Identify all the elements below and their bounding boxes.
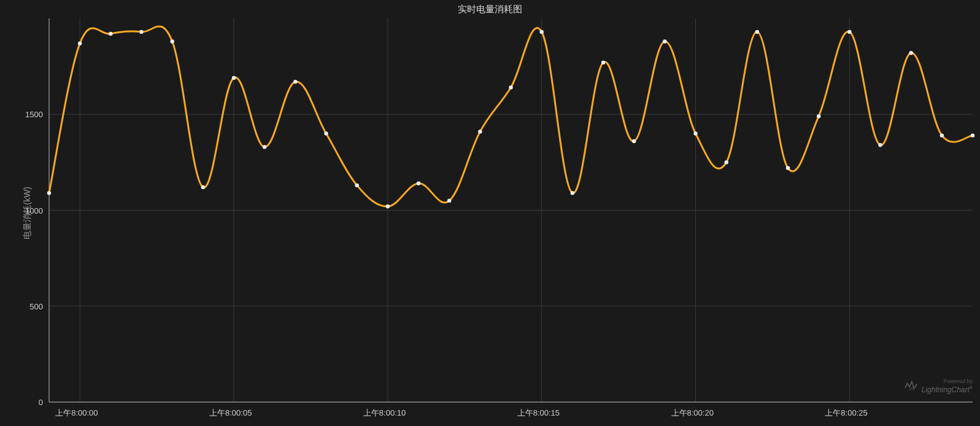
svg-text:上午8:00:10: 上午8:00:10 [363,408,406,417]
data-point [878,143,882,147]
svg-text:1000: 1000 [25,206,43,215]
svg-text:0: 0 [39,398,43,407]
data-point [909,51,912,55]
svg-text:上午8:00:15: 上午8:00:15 [517,408,560,417]
data-point [478,130,482,133]
chart-plot-area[interactable]: 050010001500上午8:00:00上午8:00:05上午8:00:10上… [0,0,980,426]
svg-text:上午8:00:05: 上午8:00:05 [209,408,252,417]
data-point [971,133,974,137]
data-point [755,30,759,34]
data-point [417,182,420,185]
data-point [724,160,728,164]
data-point [693,131,697,135]
data-point [232,76,236,80]
data-point [847,30,851,34]
svg-text:JS: JS [909,387,913,392]
data-point [539,30,543,34]
data-point [663,39,666,43]
data-point [571,191,574,195]
data-point [170,39,174,43]
data-point [139,30,143,34]
svg-text:上午8:00:20: 上午8:00:20 [671,408,714,417]
svg-text:上午8:00:00: 上午8:00:00 [55,408,98,417]
data-point [386,204,390,208]
data-point [324,131,328,135]
data-point [601,61,605,64]
branding-powered-by: Powered by [943,378,973,384]
data-point [509,85,512,89]
svg-text:500: 500 [29,302,43,311]
data-point [447,199,451,203]
data-point [355,184,358,187]
lightningchart-icon: JS [905,380,918,391]
data-point [632,139,636,143]
svg-text:1500: 1500 [25,110,43,119]
data-point [47,191,51,195]
data-point [201,185,205,189]
data-point [78,41,82,45]
svg-text:上午8:00:25: 上午8:00:25 [825,408,867,417]
branding-logo: JS Powered by LightningChart® [905,377,973,394]
data-point [786,166,790,170]
data-point [109,32,112,36]
chart-container[interactable]: 实时电量消耗图 电量消耗(kW) 050010001500上午8:00:00上午… [0,0,980,426]
data-point [293,80,297,83]
data-point [817,114,820,118]
data-point [940,133,944,137]
data-point [263,145,266,149]
data-line [49,26,973,206]
branding-product: LightningChart [922,385,970,394]
